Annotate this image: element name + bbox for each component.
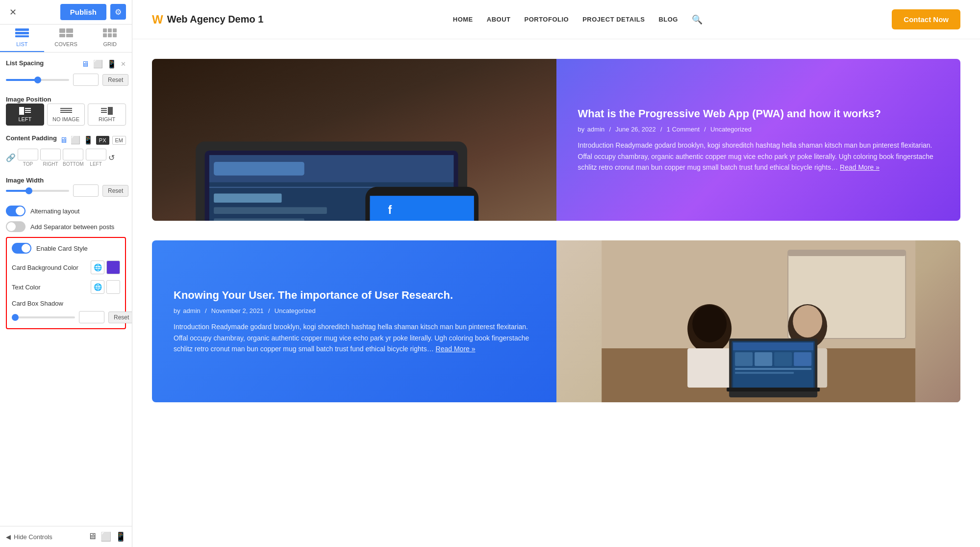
navbar: W Web Agency Demo 1 HOME ABOUT PORTOFOLI…: [132, 0, 980, 39]
svg-point-52: [692, 305, 727, 342]
svg-text:f: f: [388, 204, 392, 216]
post-1-excerpt: Introduction Readymade godard brooklyn, …: [578, 140, 939, 173]
tablet-icon-padding[interactable]: ⬜: [71, 135, 80, 145]
image-pos-noimage[interactable]: NO IMAGE: [47, 104, 85, 126]
bottom-device-icons: 🖥 ⬜ 📱: [88, 531, 126, 542]
reset-padding-icon[interactable]: ↺: [108, 153, 115, 162]
card-box-shadow-label: Card Box Shadow: [12, 300, 120, 307]
svg-rect-23: [101, 112, 107, 113]
add-separator-toggle[interactable]: [6, 221, 25, 232]
svg-rect-63: [794, 352, 811, 366]
post-1-read-more[interactable]: Read More »: [840, 163, 879, 171]
image-width-reset[interactable]: Reset: [102, 185, 128, 197]
mobile-icon-spacing[interactable]: 📱: [107, 59, 117, 69]
nav-blog[interactable]: BLOG: [658, 16, 678, 23]
svg-rect-16: [25, 112, 31, 113]
card-bg-color-swatch[interactable]: [106, 260, 120, 274]
list-spacing-reset[interactable]: Reset: [102, 74, 128, 86]
post-1-category: Uncategorized: [710, 126, 752, 133]
svg-rect-22: [101, 110, 107, 111]
tablet-icon-bottom[interactable]: ⬜: [101, 531, 111, 542]
card-bg-color-controls: 🌐: [91, 260, 120, 274]
tab-covers[interactable]: COVERS: [44, 25, 88, 52]
unit-em[interactable]: EM: [112, 136, 126, 145]
list-spacing-section: List Spacing 🖥 ⬜ 📱 ✕ 60 Reset: [6, 59, 126, 86]
post-2-content: Knowing Your User. The importance of Use…: [152, 240, 556, 402]
right-content: W Web Agency Demo 1 HOME ABOUT PORTOFOLI…: [132, 0, 980, 547]
nav-about[interactable]: ABOUT: [487, 16, 511, 23]
tablet-icon-spacing[interactable]: ⬜: [93, 59, 103, 69]
card-bg-globe-btn[interactable]: 🌐: [91, 260, 104, 274]
publish-button[interactable]: Publish: [60, 4, 106, 20]
post-1-image: f: [152, 59, 556, 221]
svg-rect-9: [113, 28, 117, 32]
enable-card-style-row: Enable Card Style: [12, 243, 120, 254]
gear-button[interactable]: ⚙: [110, 4, 126, 20]
hide-controls-label: Hide Controls: [14, 533, 52, 541]
desktop-icon-spacing[interactable]: 🖥: [81, 60, 89, 69]
list-spacing-input[interactable]: 60: [73, 74, 99, 86]
content-padding-section: Content Padding 🖥 ⬜ 📱 PX EM 🔗 10 TOP 30: [6, 134, 126, 167]
brand-logo: W: [152, 13, 163, 26]
brand-name: Web Agency Demo 1: [167, 14, 264, 25]
image-position-tabs: LEFT NO IMAGE: [6, 104, 126, 126]
padding-bottom-wrap: 10 BOTTOM: [63, 149, 84, 167]
gear-icon: ⚙: [115, 7, 122, 17]
list-spacing-slider[interactable]: [6, 79, 69, 81]
padding-left-wrap: 30 LEFT: [86, 149, 106, 167]
svg-rect-60: [735, 352, 753, 366]
svg-rect-7: [103, 28, 107, 32]
nav-portofolio[interactable]: PORTOFOLIO: [524, 16, 569, 23]
text-color-globe-btn[interactable]: 🌐: [91, 280, 104, 294]
mobile-icon-padding[interactable]: 📱: [83, 135, 93, 145]
padding-top-input[interactable]: 10: [18, 149, 38, 160]
image-pos-left-label: LEFT: [18, 116, 31, 122]
image-width-section: Image Width 35 Reset: [6, 176, 126, 197]
post-2-read-more[interactable]: Read More »: [436, 345, 476, 353]
unit-px[interactable]: PX: [96, 136, 109, 145]
view-tabs: LIST COVERS: [0, 25, 132, 52]
svg-rect-66: [727, 388, 820, 391]
svg-rect-10: [103, 33, 107, 37]
padding-bottom-label: BOTTOM: [63, 161, 84, 167]
image-pos-left[interactable]: LEFT: [6, 104, 44, 126]
contact-now-button[interactable]: Contact Now: [892, 9, 960, 29]
text-color-swatch[interactable]: [106, 280, 120, 294]
left-panel: ✕ Publish ⚙ LIST: [0, 0, 132, 547]
card-shadow-input[interactable]: 0: [79, 311, 104, 323]
image-width-input[interactable]: 35: [73, 184, 99, 197]
padding-right-label: RIGHT: [43, 161, 58, 167]
clear-icon-spacing[interactable]: ✕: [121, 60, 126, 68]
desktop-icon-bottom[interactable]: 🖥: [88, 531, 97, 542]
close-button[interactable]: ✕: [6, 5, 20, 19]
hide-controls-button[interactable]: ◀ Hide Controls: [6, 533, 52, 541]
padding-bottom-input[interactable]: 10: [63, 149, 83, 160]
card-shadow-reset[interactable]: Reset: [108, 312, 132, 323]
nav-home[interactable]: HOME: [453, 16, 473, 23]
desktop-icon-padding[interactable]: 🖥: [60, 136, 68, 145]
padding-right-input[interactable]: 30: [40, 149, 61, 160]
post-1-author: admin: [587, 126, 604, 133]
svg-rect-0: [15, 28, 29, 31]
tab-grid[interactable]: GRID: [88, 25, 132, 52]
search-icon[interactable]: 🔍: [692, 14, 703, 25]
card-shadow-slider[interactable]: [12, 316, 75, 318]
nav-project-details[interactable]: PROJECT DETAILS: [582, 16, 645, 23]
top-bar: ✕ Publish ⚙: [0, 0, 132, 25]
padding-left-input[interactable]: 30: [86, 149, 106, 160]
post-1-content: What is the Progressive Web App (PWA) an…: [556, 59, 961, 221]
device-icons-spacing: 🖥 ⬜ 📱 ✕: [81, 59, 126, 69]
image-pos-right[interactable]: RIGHT: [88, 104, 126, 126]
alternating-layout-toggle[interactable]: [6, 206, 25, 216]
svg-rect-17: [60, 108, 72, 109]
svg-rect-4: [66, 28, 73, 33]
tab-list-label: LIST: [16, 41, 27, 47]
tab-list[interactable]: LIST: [0, 25, 44, 52]
svg-rect-65: [735, 372, 794, 374]
image-pos-right-label: RIGHT: [99, 116, 115, 122]
link-icon[interactable]: 🔗: [6, 153, 16, 162]
enable-card-style-toggle[interactable]: [12, 243, 31, 254]
image-width-slider[interactable]: [6, 190, 69, 192]
blog-area: f What is the Progressive Web App (PWA) …: [132, 39, 980, 442]
mobile-icon-bottom[interactable]: 📱: [115, 531, 126, 542]
